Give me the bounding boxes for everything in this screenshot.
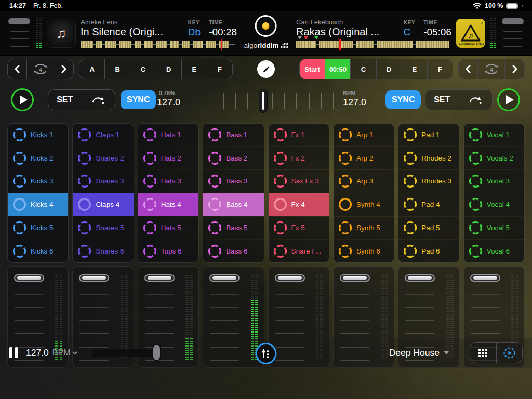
pad-vocal-6[interactable]: Vocal 6 xyxy=(464,240,524,262)
pad-synth-6[interactable]: Synth 6 xyxy=(334,240,394,262)
pad-bass-4[interactable]: Bass 4 xyxy=(203,193,263,216)
cue-c[interactable]: C xyxy=(351,59,376,79)
pad-pad-6[interactable]: Pad 6 xyxy=(398,240,459,262)
deck-left-volume-fader[interactable] xyxy=(7,17,31,49)
pad-tops-6[interactable]: Tops 6 xyxy=(138,240,198,262)
loop-halve-button[interactable] xyxy=(459,59,478,79)
deck-right-volume-fader[interactable] xyxy=(501,17,525,49)
pad-kicks-5[interactable]: Kicks 5 xyxy=(8,217,68,239)
pad-bass-1[interactable]: Bass 1 xyxy=(203,124,263,146)
pad-hats-4[interactable]: Hats 4 xyxy=(138,193,198,216)
pad-vocals-2[interactable]: Vocals 2 xyxy=(464,147,524,169)
pad-arp-3[interactable]: Arp 3 xyxy=(334,170,394,192)
pad-synth-4[interactable]: Synth 4 xyxy=(334,193,394,216)
loop-halve-button[interactable] xyxy=(8,59,27,79)
pad-rhodes-2[interactable]: Rhodes 2 xyxy=(398,147,459,169)
pause-button[interactable] xyxy=(9,347,18,358)
cue-d[interactable]: D xyxy=(156,59,182,79)
pad-vocal-4[interactable]: Vocal 4 xyxy=(464,193,524,216)
pad-bass-5[interactable]: Bass 5 xyxy=(203,217,263,239)
deck-left-album-art[interactable]: ♫ xyxy=(47,19,76,48)
looper-view-button[interactable] xyxy=(497,343,523,363)
pad-hats-1[interactable]: Hats 1 xyxy=(138,124,198,146)
jump-cue-button[interactable] xyxy=(459,90,493,110)
deck-right-album-art[interactable]: ♫ ℮ CORROSIVE EPS.1 xyxy=(456,19,485,48)
pad-snares-6[interactable]: Snares 6 xyxy=(73,240,133,262)
fader-handle[interactable] xyxy=(502,18,524,24)
fader-handle[interactable] xyxy=(275,274,305,282)
master-bpm-dropdown[interactable]: BPM xyxy=(52,348,78,357)
pad-snares-2[interactable]: Snares 2 xyxy=(73,147,133,169)
pad-fx-1[interactable]: Fx 1 xyxy=(269,124,329,146)
fader-handle[interactable] xyxy=(209,274,240,282)
cue-f[interactable]: F xyxy=(428,59,453,79)
sync-button-left[interactable]: SYNC xyxy=(121,90,156,109)
pad-bass-2[interactable]: Bass 2 xyxy=(203,147,263,169)
slider-handle[interactable] xyxy=(152,344,161,361)
pad-vocal-3[interactable]: Vocal 3 xyxy=(464,170,524,192)
pad-kicks-6[interactable]: Kicks 6 xyxy=(8,240,68,262)
loop-double-button[interactable] xyxy=(54,59,73,79)
cue-c[interactable]: C xyxy=(130,59,156,79)
tempo-handle[interactable] xyxy=(259,89,268,113)
pad-claps-4[interactable]: Claps 4 xyxy=(73,193,133,216)
pad-kicks-3[interactable]: Kicks 3 xyxy=(8,170,68,192)
pad-fx-4[interactable]: Fx 4 xyxy=(269,193,329,216)
pad-rhodes-3[interactable]: Rhodes 3 xyxy=(398,170,459,192)
loop-double-button[interactable] xyxy=(505,59,524,79)
pad-snare-f[interactable]: Snare F... xyxy=(269,240,329,262)
grid-view-button[interactable] xyxy=(470,343,497,363)
cue-d[interactable]: D xyxy=(377,59,402,79)
fader-handle[interactable] xyxy=(340,274,370,282)
tempo-slider[interactable] xyxy=(221,89,335,113)
play-button-left[interactable] xyxy=(11,88,34,111)
cue-f[interactable]: F xyxy=(207,59,232,79)
preset-dropdown[interactable]: Deep House xyxy=(389,348,449,358)
cue-00-50[interactable]: 00:50 xyxy=(325,59,351,79)
cue-b[interactable]: B xyxy=(105,59,130,79)
loop-length-button-left[interactable]: 4 xyxy=(27,59,54,79)
pad-bass-3[interactable]: Bass 3 xyxy=(203,170,263,192)
fader-handle[interactable] xyxy=(79,274,109,282)
pad-vocal-1[interactable]: Vocal 1 xyxy=(464,124,524,146)
edit-cues-button[interactable] xyxy=(257,60,275,78)
fader-handle[interactable] xyxy=(405,274,435,282)
deck-left-waveform[interactable] xyxy=(81,41,235,48)
pad-bass-6[interactable]: Bass 6 xyxy=(203,240,263,262)
pad-fx-2[interactable]: Fx 2 xyxy=(269,147,329,169)
pad-hats-3[interactable]: Hats 3 xyxy=(138,170,198,192)
pad-fx-5[interactable]: Fx 5 xyxy=(269,217,329,239)
pad-sax-fx-3[interactable]: Sax Fx 3 xyxy=(269,170,329,192)
mixer-button[interactable] xyxy=(256,343,277,364)
fader-handle[interactable] xyxy=(144,274,175,282)
pad-kicks-2[interactable]: Kicks 2 xyxy=(8,147,68,169)
loop-length-button-right[interactable]: 4 xyxy=(478,59,505,79)
pad-snares-3[interactable]: Snares 3 xyxy=(73,170,133,192)
master-tempo-slider[interactable] xyxy=(92,349,159,357)
fader-handle[interactable] xyxy=(8,18,30,24)
set-cue-button[interactable]: SET xyxy=(48,90,82,110)
cue-start[interactable]: Start xyxy=(300,59,325,79)
pad-kicks-1[interactable]: Kicks 1 xyxy=(8,124,68,146)
jump-cue-button[interactable] xyxy=(82,90,115,110)
pad-pad-4[interactable]: Pad 4 xyxy=(398,193,459,216)
cue-a[interactable]: A xyxy=(79,59,105,79)
pad-pad-5[interactable]: Pad 5 xyxy=(398,217,459,239)
set-cue-button[interactable]: SET xyxy=(425,90,459,110)
cue-e[interactable]: E xyxy=(402,59,428,79)
pad-hats-5[interactable]: Hats 5 xyxy=(138,217,198,239)
pad-arp-1[interactable]: Arp 1 xyxy=(334,124,394,146)
fader-handle[interactable] xyxy=(470,274,500,282)
pad-vocal-5[interactable]: Vocal 5 xyxy=(464,217,524,239)
deck-right-waveform[interactable] xyxy=(296,41,449,48)
pad-hats-2[interactable]: Hats 2 xyxy=(138,147,198,169)
pad-claps-1[interactable]: Claps 1 xyxy=(73,124,133,146)
pad-pad-1[interactable]: Pad 1 xyxy=(398,124,459,146)
pad-arp-2[interactable]: Arp 2 xyxy=(334,147,394,169)
pad-snares-5[interactable]: Snares 5 xyxy=(73,217,133,239)
pad-kicks-4[interactable]: Kicks 4 xyxy=(8,193,68,216)
cue-e[interactable]: E xyxy=(182,59,207,79)
sync-button-right[interactable]: SYNC xyxy=(385,90,421,109)
pad-synth-5[interactable]: Synth 5 xyxy=(334,217,394,239)
fader-handle[interactable] xyxy=(14,274,44,282)
